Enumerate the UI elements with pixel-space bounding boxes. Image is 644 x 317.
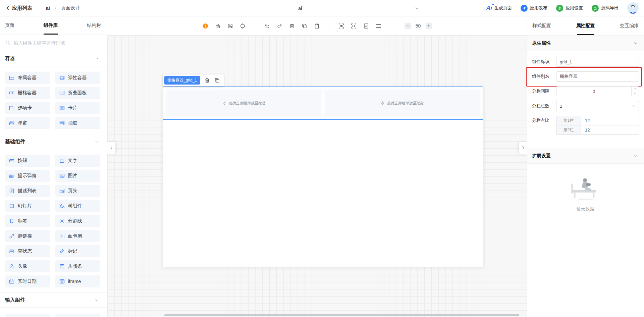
tab-component-library[interactable]: 组件库 <box>44 16 58 35</box>
column-gutter-row: 分栏间隔 <box>532 86 639 96</box>
stepper-up-button[interactable] <box>632 87 639 91</box>
page-selector[interactable]: ai <box>258 0 342 16</box>
component-item-partial[interactable] <box>55 314 101 317</box>
search-input[interactable] <box>13 40 102 46</box>
generate-page-button[interactable]: Ai 生成页面 <box>486 5 512 11</box>
copy-button[interactable] <box>301 22 308 29</box>
toolbar-group-edit <box>264 22 320 29</box>
component-id-row: 组件标识 <box>532 57 639 67</box>
component-item[interactable]: iframe <box>55 275 101 287</box>
info-button[interactable] <box>202 22 209 29</box>
avatar[interactable] <box>627 2 639 14</box>
paste-button[interactable] <box>314 22 320 29</box>
component-item[interactable]: 实时日期 <box>5 275 50 287</box>
component-item[interactable]: 提示弹窗 <box>5 170 50 182</box>
doc-check-button[interactable] <box>363 22 370 29</box>
tab-pages[interactable]: 页面 <box>5 16 14 35</box>
component-item[interactable]: 页头 <box>55 185 101 197</box>
delete-component-button[interactable] <box>204 77 210 84</box>
native-props-section-header[interactable]: 原生属性 <box>527 36 644 51</box>
component-item[interactable]: 空状态 <box>5 245 50 257</box>
frame-icon <box>376 23 381 29</box>
component-item[interactable]: 抽屉 <box>55 117 101 129</box>
component-item[interactable]: 图片 <box>55 170 101 182</box>
component-item-label: 弹性容器 <box>68 75 87 81</box>
component-item[interactable]: 弹性容器 <box>55 72 101 84</box>
back-button[interactable]: 应用列表 <box>5 5 32 11</box>
collapse-panel-handle[interactable] <box>519 142 527 154</box>
component-item[interactable]: 树组件 <box>55 200 101 212</box>
component-alias-input[interactable] <box>556 72 639 81</box>
component-item-label: 弹窗 <box>18 120 27 126</box>
horizontal-scrollbar[interactable] <box>164 314 519 316</box>
hand-pointer-icon <box>381 101 385 105</box>
component-item[interactable]: 面包屑 <box>55 230 101 242</box>
column-gutter-input[interactable] <box>556 87 631 96</box>
dropzone-hint-text: 拖拽左侧组件放至此处 <box>387 101 424 106</box>
ratio-value-input-2[interactable]: 12 <box>581 125 639 134</box>
dropzone-column-1[interactable]: 拖拽左侧组件放至此处 <box>166 90 321 116</box>
component-item[interactable]: 步骤条 <box>55 260 101 272</box>
component-item-partial[interactable] <box>5 314 50 317</box>
save-button[interactable] <box>227 22 234 29</box>
stepper-down-button[interactable] <box>632 91 639 96</box>
tab-interaction-config[interactable]: 交互编排 <box>620 16 639 35</box>
component-item-label: 分割线 <box>68 218 82 224</box>
unlock-icon <box>215 23 221 29</box>
extension-section-header[interactable]: 扩展设置 <box>527 148 644 164</box>
component-item[interactable]: 卡片 <box>55 102 101 114</box>
tab-style-config[interactable]: 样式配置 <box>532 16 551 35</box>
design-page[interactable]: 拖拽左侧组件放至此处 拖拽左侧组件放至此处 <box>163 87 483 267</box>
zoom-in-button[interactable] <box>426 23 432 29</box>
app-settings-button[interactable]: 应用设置 <box>556 5 583 12</box>
dropzone-column-2[interactable]: 拖拽左侧组件放至此处 <box>325 90 480 116</box>
preview-button[interactable] <box>338 22 345 29</box>
column-ratio-group: 第1栏 12 第2栏 12 <box>556 116 639 135</box>
link-icon <box>9 233 14 239</box>
component-item[interactable]: 超链接 <box>5 230 50 242</box>
component-item[interactable]: 选项卡 <box>5 102 50 114</box>
component-item-label: 栅格容器 <box>18 90 37 96</box>
delete-button[interactable] <box>289 22 296 29</box>
component-item[interactable]: 栅格容器 <box>5 87 50 99</box>
unlock-button[interactable] <box>215 22 221 29</box>
component-item[interactable]: 文字 <box>55 155 101 167</box>
component-item[interactable]: 折叠面板 <box>55 87 101 99</box>
selected-grid-container[interactable]: 拖拽左侧组件放至此处 拖拽左侧组件放至此处 <box>163 87 483 120</box>
ratio-prefix-2: 第2栏 <box>556 125 581 134</box>
component-item[interactable]: 分割线 <box>55 215 101 227</box>
component-item[interactable]: 标记 <box>55 245 101 257</box>
selected-component-badge[interactable]: 栅格容器_grid_1 <box>164 76 200 85</box>
collapse-sidebar-handle[interactable] <box>107 142 115 154</box>
component-item[interactable]: 标签 <box>5 215 50 227</box>
component-item[interactable]: 弹窗 <box>5 117 50 129</box>
component-item[interactable]: 幻灯片 <box>5 200 50 212</box>
avatar-icon <box>9 264 14 269</box>
zoom-out-button[interactable] <box>405 23 411 29</box>
tab-property-config[interactable]: 属性配置 <box>576 16 595 35</box>
paste-icon <box>314 23 320 29</box>
component-item[interactable]: 头像 <box>5 260 50 272</box>
sidebar-section-header[interactable]: 容器 <box>0 51 107 66</box>
target-button[interactable] <box>239 22 246 29</box>
export-source-button[interactable]: 源码导出 <box>592 5 619 12</box>
sidebar-section-header[interactable]: 输入组件 <box>0 292 107 308</box>
copy-component-button[interactable] <box>214 77 220 84</box>
breadcrumb-app-name[interactable]: ai <box>46 5 50 11</box>
component-id-input[interactable] <box>556 57 639 66</box>
canvas-grid-area[interactable]: 拖拽左侧组件放至此处 拖拽左侧组件放至此处 栅格容器_grid_1 <box>107 36 527 317</box>
tab-structure-tree[interactable]: 结构树 <box>87 16 101 35</box>
component-item[interactable]: 布局容器 <box>5 72 50 84</box>
undo-button[interactable] <box>264 22 271 29</box>
component-item[interactable]: 按钮 <box>5 155 50 167</box>
publish-app-button[interactable]: 应用发布 <box>521 5 547 12</box>
column-count-select[interactable]: 2 <box>556 101 639 111</box>
app-settings-label: 应用设置 <box>566 5 583 11</box>
frame-button[interactable] <box>375 22 382 29</box>
component-item-label: 标记 <box>68 248 77 254</box>
ratio-value-input-1[interactable]: 12 <box>581 116 639 125</box>
code-button[interactable] <box>351 22 357 29</box>
redo-button[interactable] <box>276 22 283 29</box>
sidebar-section-header[interactable]: 基础组件 <box>0 134 107 149</box>
component-item[interactable]: 描述列表 <box>5 185 50 197</box>
